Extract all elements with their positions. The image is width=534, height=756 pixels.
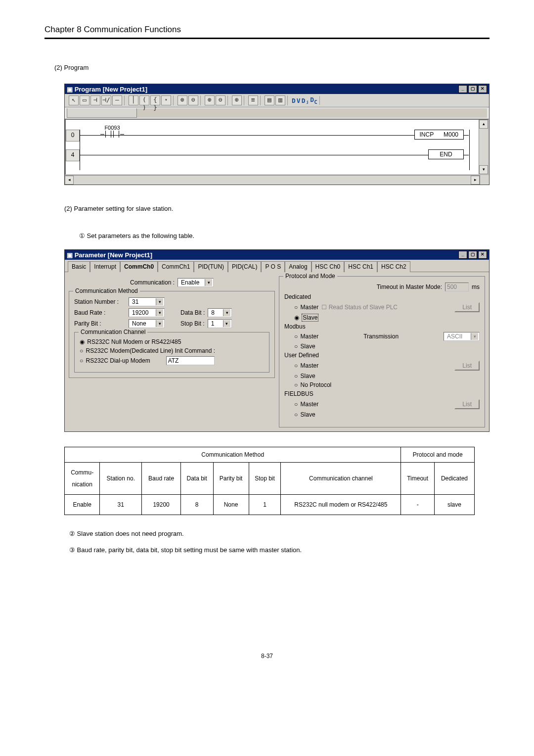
radio-fb-slave[interactable]: Slave bbox=[294, 411, 315, 418]
minimize-icon[interactable]: _ bbox=[458, 85, 467, 93]
list-button[interactable]: List bbox=[454, 399, 480, 409]
tab-pidtun[interactable]: PID(TUN) bbox=[194, 261, 228, 272]
radio-no-protocol[interactable]: No Protocol bbox=[294, 381, 331, 388]
th-col: Commu- nication bbox=[65, 463, 100, 495]
scroll-left-icon[interactable]: ◂ bbox=[65, 176, 74, 185]
parity-select[interactable]: None▾ bbox=[129, 319, 165, 328]
communication-select[interactable]: Enable▾ bbox=[178, 278, 214, 287]
communication-channel-group: Communication Channel RS232C Null Modem … bbox=[74, 332, 269, 373]
tab-pos[interactable]: P O S bbox=[261, 261, 285, 272]
radio-dedicated-master[interactable]: Master bbox=[294, 304, 318, 311]
tool-func-icon[interactable]: { } bbox=[150, 95, 160, 105]
tab-hscch2[interactable]: HSC Ch2 bbox=[377, 261, 410, 272]
tab-commch0[interactable]: CommCh0 bbox=[120, 261, 158, 272]
instruction-box: INCP M000 bbox=[414, 130, 464, 140]
radio-modbus-master[interactable]: Master bbox=[294, 333, 318, 340]
tool-arrow-icon[interactable]: ↖ bbox=[69, 95, 79, 105]
tool-vline-icon[interactable]: │ bbox=[129, 95, 138, 105]
fieldbus-label: FIELDBUS bbox=[284, 390, 480, 397]
check-read-status: Read Status of Slave PLC bbox=[321, 304, 398, 311]
tool-box-icon[interactable]: ▭ bbox=[80, 95, 89, 105]
radio-ud-master[interactable]: Master bbox=[294, 362, 318, 369]
tool-grid2-icon[interactable]: ▥ bbox=[275, 95, 285, 105]
th-col: Baud rate bbox=[142, 463, 181, 495]
tab-hscch0[interactable]: HSC Ch0 bbox=[312, 261, 345, 272]
tab-basic[interactable]: Basic bbox=[68, 261, 90, 272]
contact-label: F0093 bbox=[100, 125, 124, 131]
program-tab[interactable] bbox=[67, 108, 137, 118]
radio-modem-dedicated[interactable]: RS232C Modem(Dedicated Line) Init Comman… bbox=[80, 347, 215, 354]
tool-zoomout2-icon[interactable]: ⊖ bbox=[216, 95, 225, 105]
parameter-tabs: Basic Interrupt CommCh0 CommCh1 PID(TUN)… bbox=[65, 260, 489, 272]
td-cell: None bbox=[213, 495, 249, 515]
th-col: Parity bit bbox=[213, 463, 249, 495]
tab-analog[interactable]: Analog bbox=[285, 261, 311, 272]
radio-fb-master[interactable]: Master bbox=[294, 401, 318, 408]
timeout-unit: ms bbox=[472, 284, 480, 290]
tool-coil-icon[interactable]: ( ) bbox=[139, 95, 149, 105]
tab-interrupt[interactable]: Interrupt bbox=[90, 261, 120, 272]
stop-bit-select[interactable]: 1▾ bbox=[208, 319, 232, 328]
parameter-window: ▣ Parameter [New Project1] _ ▢ ✕ Basic I… bbox=[64, 249, 490, 432]
baud-label: Baud Rate : bbox=[74, 309, 126, 316]
list-button[interactable]: List bbox=[454, 361, 480, 371]
tool-v-icon[interactable]: V bbox=[297, 97, 301, 104]
step-1: ① Set parameters as the following table. bbox=[79, 232, 490, 239]
stop-bit-label: Stop Bit : bbox=[180, 320, 205, 327]
modbus-label: Modbus bbox=[284, 323, 480, 330]
init-command-input[interactable]: ATZ bbox=[166, 356, 215, 365]
list-button[interactable]: List bbox=[454, 302, 480, 312]
tool-contact-not-icon[interactable]: ⊣/ bbox=[101, 95, 111, 105]
horizontal-scrollbar[interactable]: ◂ ▸ bbox=[65, 175, 480, 185]
tab-pidcal[interactable]: PID(CAL) bbox=[228, 261, 261, 272]
radio-null-modem[interactable]: RS232C Null Modem or RS422/485 bbox=[80, 338, 181, 345]
channel-legend: Communication Channel bbox=[79, 329, 147, 335]
data-bit-select[interactable]: 8▾ bbox=[208, 308, 232, 317]
tab-strip bbox=[65, 107, 489, 119]
tool-contact-icon[interactable]: ⊣ bbox=[90, 95, 100, 105]
scroll-right-icon[interactable]: ▸ bbox=[471, 176, 480, 185]
tool-grid1-icon[interactable]: ▤ bbox=[265, 95, 274, 105]
maximize-icon[interactable]: ▢ bbox=[468, 251, 477, 259]
close-icon[interactable]: ✕ bbox=[478, 85, 487, 93]
tool-dj-icon[interactable]: Dⱼ bbox=[302, 97, 310, 104]
station-select[interactable]: 31▾ bbox=[129, 297, 165, 306]
contact-symbol-icon bbox=[105, 131, 111, 138]
parameter-titlebar: ▣ Parameter [New Project1] _ ▢ ✕ bbox=[65, 250, 489, 260]
radio-ud-slave[interactable]: Slave bbox=[294, 373, 315, 379]
tool-dc-icon[interactable]: DC bbox=[310, 96, 317, 105]
settings-table: Communication Method Protocol and mode C… bbox=[64, 447, 475, 515]
tool-list-icon[interactable]: ≡ bbox=[248, 95, 258, 105]
tool-hline-icon[interactable]: — bbox=[112, 95, 122, 105]
td-cell: 8 bbox=[180, 495, 213, 515]
program-toolbar: ↖ ▭ ⊣ ⊣/ — │ ( ) { } ⋆ ⊕ ⊖ ⊕ ⊖ ⊕ bbox=[65, 94, 489, 107]
minimize-icon[interactable]: _ bbox=[458, 251, 467, 259]
protocol-mode-group: Protocol and Mode Timeout in Master Mode… bbox=[279, 276, 485, 427]
tool-zoom-fit-icon[interactable]: ⊕ bbox=[232, 95, 242, 105]
th-col: Timeout bbox=[401, 463, 435, 495]
tab-commch1[interactable]: CommCh1 bbox=[158, 261, 194, 272]
baud-select[interactable]: 19200▾ bbox=[129, 308, 165, 317]
td-cell: 31 bbox=[100, 495, 142, 515]
tab-hscch1[interactable]: HSC Ch1 bbox=[344, 261, 377, 272]
vertical-scrollbar[interactable]: ▴ ▾ bbox=[479, 120, 488, 174]
tool-zoomin2-icon[interactable]: ⊕ bbox=[205, 95, 215, 105]
close-icon[interactable]: ✕ bbox=[478, 251, 487, 259]
transmission-label: Transmission bbox=[321, 333, 441, 340]
timeout-label: Timeout in Master Mode: bbox=[377, 284, 442, 290]
scroll-down-icon[interactable]: ▾ bbox=[479, 165, 488, 174]
tool-zoomin-icon[interactable]: ⊕ bbox=[178, 95, 187, 105]
rung-number: 4 bbox=[66, 149, 80, 161]
instruction-dest: M000 bbox=[444, 131, 458, 138]
radio-modbus-slave[interactable]: Slave bbox=[294, 343, 315, 350]
tool-star-icon[interactable]: ⋆ bbox=[161, 95, 171, 105]
td-cell: 19200 bbox=[142, 495, 181, 515]
maximize-icon[interactable]: ▢ bbox=[468, 85, 477, 93]
tool-zoomout-icon[interactable]: ⊖ bbox=[188, 95, 198, 105]
communication-method-group: Communication Method Station Number : 31… bbox=[69, 291, 275, 378]
radio-dialup[interactable]: RS232C Dial-up Modem bbox=[80, 357, 150, 364]
th-col: Station no. bbox=[100, 463, 142, 495]
tool-d-icon[interactable]: D bbox=[292, 97, 296, 104]
scroll-up-icon[interactable]: ▴ bbox=[479, 120, 488, 129]
radio-dedicated-slave[interactable]: Slave bbox=[294, 314, 318, 321]
